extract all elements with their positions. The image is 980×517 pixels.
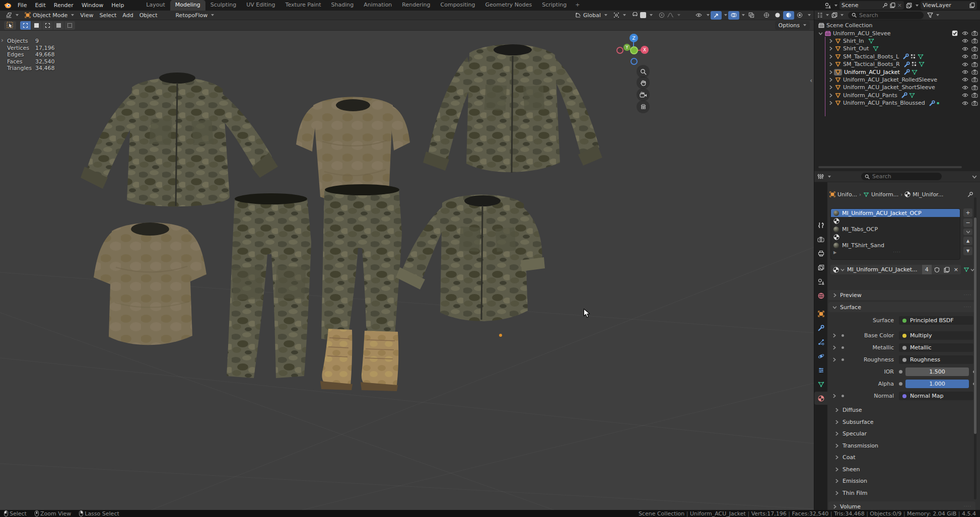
select-mode-new[interactable] [20, 21, 31, 30]
menu-add[interactable]: Add [120, 11, 135, 20]
expand-chevron-icon[interactable] [828, 101, 833, 105]
tab-physics[interactable] [814, 349, 827, 362]
tab-particles[interactable] [814, 335, 827, 348]
material-slot[interactable]: MI_Tabs_OCP [831, 225, 960, 233]
outliner-row-shirt-out[interactable]: Shirt_Out [814, 45, 980, 52]
proportional-edit-toggle[interactable] [656, 11, 683, 20]
hide-eye-icon[interactable] [962, 62, 968, 67]
subpanel-sheen[interactable]: Sheen [828, 465, 975, 474]
subpanel-emission[interactable]: Emission [828, 477, 975, 485]
material-slot[interactable] [831, 217, 960, 225]
tab-object[interactable] [814, 307, 827, 320]
outliner-row-scene-collection[interactable]: Scene Collection [814, 22, 980, 29]
fake-user-button[interactable] [932, 265, 942, 274]
show-gizmo-toggle[interactable] [711, 11, 722, 20]
viewport-canvas[interactable]: Objects9 Vertices17,196 Edges49,668 Face… [0, 31, 814, 510]
perspective-toggle-button[interactable] [637, 100, 650, 113]
shading-solid-button[interactable] [772, 11, 783, 20]
hide-eye-icon[interactable] [962, 77, 968, 82]
view-layer-selector[interactable]: ViewLayer [921, 1, 977, 10]
render-visibility-icon[interactable] [971, 31, 978, 36]
tab-texture-paint[interactable]: Texture Paint [281, 0, 326, 11]
move-view-button[interactable] [637, 76, 650, 89]
pants-mesh[interactable] [227, 193, 311, 378]
shading-wireframe-button[interactable] [761, 11, 772, 20]
menu-window[interactable]: Window [78, 0, 107, 11]
outliner-row-collection[interactable]: Uniform_ACU_Slevee [814, 29, 980, 37]
roughness-input-button[interactable]: Roughness [899, 355, 973, 364]
outliner-search[interactable] [848, 12, 924, 19]
scene-selector[interactable]: Scene × [839, 1, 904, 10]
material-slot[interactable]: MI_TShirt_Sand [831, 241, 960, 249]
menu-edit[interactable]: Edit [31, 0, 49, 11]
panel-grip[interactable]: ···· [964, 504, 971, 509]
outliner-editor-dropdown[interactable] [826, 14, 829, 16]
breadcrumb-material[interactable]: MI_Unifor... [913, 191, 943, 198]
tab-compositing[interactable]: Compositing [436, 0, 480, 11]
new-view-layer-icon[interactable] [969, 3, 975, 8]
gizmo-x-neg-axis[interactable] [616, 47, 623, 54]
alpha-slider[interactable]: 1.000 [905, 380, 969, 388]
expand-chevron-icon[interactable] [828, 70, 833, 75]
copy-material-button[interactable] [942, 265, 951, 274]
subpanel-diffuse[interactable]: Diffuse [828, 406, 975, 414]
outliner-search-input[interactable] [859, 12, 920, 19]
collapse-menus-chevron[interactable] [972, 174, 977, 179]
outliner-row-boots-r[interactable]: SM_Tactical_Boots_R [814, 60, 980, 68]
menu-render[interactable]: Render [50, 0, 78, 11]
properties-search-input[interactable] [872, 173, 938, 180]
expand-chevron-icon[interactable] [828, 93, 833, 98]
tab-geometry-nodes[interactable]: Geometry Nodes [480, 0, 537, 11]
show-overlays-toggle[interactable] [728, 11, 739, 20]
render-visibility-icon[interactable] [971, 85, 978, 90]
properties-editor-dropdown[interactable] [828, 176, 831, 178]
tab-world[interactable] [814, 289, 827, 302]
menu-select[interactable]: Select [97, 11, 119, 20]
unlink-material-button[interactable]: × [951, 265, 961, 274]
expand-chevron-icon[interactable] [828, 85, 833, 90]
anim-dot-icon[interactable] [842, 346, 844, 349]
editor-type-button[interactable] [3, 11, 21, 20]
expand-chevron-icon[interactable] [828, 46, 833, 51]
shading-rendered-button[interactable] [794, 11, 805, 20]
properties-search[interactable] [861, 173, 942, 180]
select-mode-subtract[interactable] [42, 21, 53, 30]
view-layer-dropdown-arrow[interactable] [916, 5, 919, 7]
expand-chevron-icon[interactable] [828, 39, 833, 43]
outliner-row-jacket-rolled[interactable]: Uniform_ACU_Jacket_RolledSleeve [814, 76, 980, 84]
pin-icon[interactable] [882, 3, 888, 8]
toolbar-expand-chevron[interactable]: › [1, 37, 4, 44]
subpanel-coat[interactable]: Coat [828, 453, 975, 462]
tab-animation[interactable]: Animation [359, 0, 397, 11]
render-visibility-icon[interactable] [971, 69, 978, 75]
camera-view-button[interactable] [637, 88, 650, 101]
panel-grip[interactable]: ···· [964, 305, 971, 310]
blender-logo[interactable] [4, 2, 12, 9]
render-visibility-icon[interactable] [971, 101, 978, 106]
expand-arrow-icon[interactable]: ▶ [833, 250, 836, 255]
tab-output[interactable] [814, 247, 827, 260]
hide-eye-icon[interactable] [962, 93, 968, 98]
anim-dot-icon[interactable] [842, 395, 844, 397]
gizmo-y-axis[interactable]: Y [623, 44, 631, 51]
panel-grip[interactable]: ···· [964, 292, 971, 298]
tab-object-data[interactable] [814, 378, 827, 391]
properties-scrollbar[interactable] [974, 197, 976, 499]
pivot-point-selector[interactable] [611, 11, 628, 20]
link-material-dropdown[interactable] [963, 265, 974, 274]
outliner-display-dropdown[interactable] [841, 14, 844, 16]
outliner-filter-obj-icon[interactable] [831, 12, 837, 18]
alpha-socket-icon[interactable] [899, 382, 902, 386]
select-mode-intersect[interactable] [64, 21, 75, 30]
tab-sculpting[interactable]: Sculpting [205, 0, 241, 11]
surface-panel-header[interactable]: Surface ···· [828, 302, 975, 312]
hide-eye-icon[interactable] [962, 69, 968, 75]
hide-eye-icon[interactable] [962, 46, 968, 51]
scene-dropdown-arrow[interactable] [834, 5, 837, 7]
expand-chevron-icon[interactable] [832, 345, 836, 350]
subpanel-specular[interactable]: Specular [828, 429, 975, 438]
snap-target-icon[interactable] [640, 12, 646, 18]
gizmo-view-axis[interactable] [630, 46, 638, 54]
render-visibility-icon[interactable] [971, 93, 978, 98]
ior-socket-icon[interactable] [899, 370, 902, 374]
